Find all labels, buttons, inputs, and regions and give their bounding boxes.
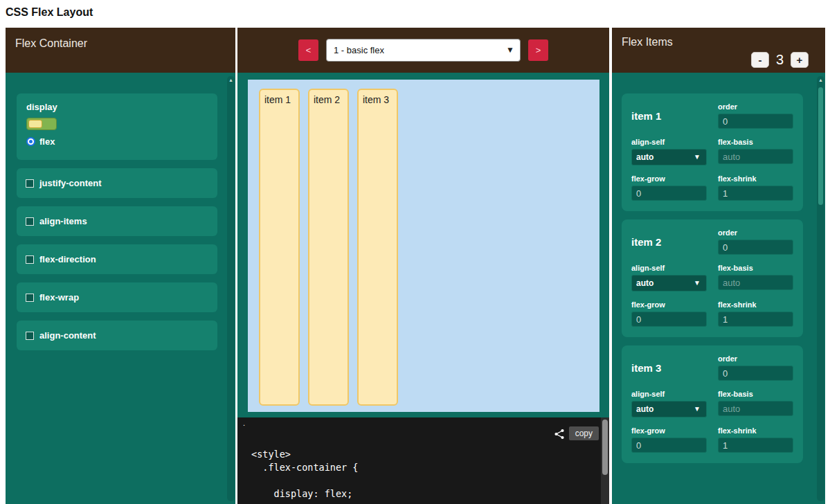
- demo-item-3: item 3: [357, 89, 398, 406]
- align-self-select[interactable]: auto: [631, 149, 707, 165]
- align-self-field: align-self auto ▼: [631, 390, 707, 417]
- right-scrollbar-thumb[interactable]: [818, 87, 823, 205]
- toggle-flex-wrap[interactable]: flex-wrap: [17, 282, 217, 312]
- display-toggle[interactable]: [26, 118, 57, 130]
- demo-item-2: item 2: [308, 89, 349, 406]
- flex-basis-input[interactable]: [718, 401, 793, 416]
- align-content-label: align-content: [39, 330, 96, 341]
- display-label: display: [26, 102, 208, 112]
- flex-shrink-label: flex-shrink: [718, 300, 793, 309]
- scroll-up-icon[interactable]: ▲: [227, 76, 235, 84]
- align-content-checkbox[interactable]: [26, 332, 34, 340]
- flex-demo-container: item 1 item 2 item 3: [248, 80, 599, 412]
- order-field: order: [718, 354, 793, 381]
- flex-grow-input[interactable]: [631, 186, 707, 201]
- code-dot: .: [243, 419, 245, 427]
- flex-basis-field: flex-basis: [718, 264, 793, 291]
- flex-basis-label: flex-basis: [718, 390, 793, 398]
- flex-grow-input[interactable]: [631, 312, 707, 327]
- align-self-label: align-self: [631, 390, 707, 398]
- flex-items-header: Flex Items - 3 +: [612, 28, 825, 73]
- justify-content-checkbox[interactable]: [26, 179, 34, 188]
- share-icon[interactable]: [554, 429, 565, 442]
- add-item-button[interactable]: +: [791, 52, 809, 68]
- item-card-title: item 3: [631, 362, 707, 374]
- flex-basis-input[interactable]: [718, 275, 793, 290]
- copy-button[interactable]: copy: [569, 426, 599, 440]
- prev-example-button[interactable]: <: [298, 39, 318, 61]
- flex-grow-label: flex-grow: [631, 300, 707, 309]
- next-example-button[interactable]: >: [528, 39, 548, 61]
- flex-wrap-checkbox[interactable]: [26, 294, 34, 302]
- flex-basis-field: flex-basis: [718, 390, 793, 417]
- flex-grow-field: flex-grow: [631, 300, 707, 327]
- display-section: display flex: [17, 93, 217, 160]
- left-panel-scrollbar[interactable]: ▲: [227, 76, 235, 501]
- flex-grow-input[interactable]: [631, 438, 707, 453]
- flex-shrink-input[interactable]: [718, 438, 793, 453]
- align-self-label: align-self: [631, 138, 707, 146]
- remove-item-button[interactable]: -: [751, 52, 769, 68]
- code-line: [251, 474, 358, 487]
- toggle-align-items[interactable]: align-items: [17, 206, 217, 236]
- item-count: 3: [776, 52, 784, 68]
- flex-radio[interactable]: [26, 137, 35, 146]
- flex-basis-label: flex-basis: [718, 138, 793, 146]
- right-panel-scrollbar[interactable]: ▲: [817, 76, 824, 501]
- demo-item-1: item 1: [259, 89, 300, 406]
- flex-grow-label: flex-grow: [631, 174, 707, 183]
- toggle-flex-direction[interactable]: flex-direction: [17, 244, 217, 274]
- order-input[interactable]: [718, 366, 793, 381]
- align-self-select[interactable]: auto: [631, 401, 707, 417]
- flex-shrink-label: flex-shrink: [718, 426, 793, 435]
- flex-container-body: display flex justify-content align-items…: [6, 73, 235, 504]
- code-scrollbar[interactable]: [601, 417, 609, 504]
- code-scrollbar-thumb[interactable]: [602, 420, 608, 475]
- order-label: order: [718, 102, 793, 111]
- item-card-title: item 2: [631, 236, 707, 248]
- flex-direction-checkbox[interactable]: [26, 255, 34, 264]
- item-card-1: item 1 order align-self auto ▼ flex-basi…: [622, 93, 803, 211]
- flex-items-title: Flex Items: [622, 36, 673, 48]
- toggle-align-content[interactable]: align-content: [17, 321, 217, 350]
- align-self-field: align-self auto ▼: [631, 264, 707, 291]
- justify-content-label: justify-content: [39, 178, 102, 188]
- flex-wrap-label: flex-wrap: [39, 292, 79, 303]
- item-card-2: item 2 order align-self auto ▼ flex-basi…: [622, 219, 803, 337]
- example-select[interactable]: 1 - basic flex: [326, 39, 521, 62]
- code-line: display: flex;: [251, 487, 358, 501]
- flex-shrink-input[interactable]: [718, 186, 793, 201]
- flex-items-panel: Flex Items - 3 + item 1 order align-self…: [612, 28, 825, 504]
- scroll-up-icon[interactable]: ▲: [817, 76, 824, 84]
- flex-shrink-input[interactable]: [718, 312, 793, 327]
- page-title: CSS Flex Layout: [6, 6, 93, 19]
- align-items-label: align-items: [39, 216, 87, 226]
- align-self-label: align-self: [631, 264, 707, 272]
- align-self-select[interactable]: auto: [631, 275, 707, 291]
- display-flex-option[interactable]: flex: [26, 136, 208, 147]
- flex-basis-input[interactable]: [718, 149, 793, 164]
- flex-shrink-field: flex-shrink: [718, 174, 793, 201]
- flex-shrink-field: flex-shrink: [718, 300, 793, 327]
- flex-direction-label: flex-direction: [39, 254, 96, 264]
- item-count-controls: - 3 +: [751, 52, 809, 68]
- order-input[interactable]: [718, 240, 793, 255]
- flex-basis-field: flex-basis: [718, 138, 793, 165]
- flex-container-header: Flex Container: [6, 28, 235, 73]
- align-self-field: align-self auto ▼: [631, 138, 707, 165]
- order-field: order: [718, 102, 793, 129]
- flex-basis-label: flex-basis: [718, 264, 793, 272]
- flex-grow-field: flex-grow: [631, 426, 707, 453]
- align-items-checkbox[interactable]: [26, 217, 34, 226]
- order-input[interactable]: [718, 114, 793, 129]
- flex-shrink-label: flex-shrink: [718, 174, 793, 183]
- flex-grow-field: flex-grow: [631, 174, 707, 201]
- order-field: order: [718, 228, 793, 255]
- preview-panel: < 1 - basic flex ▼ > item 1 item 2 item …: [237, 28, 609, 504]
- toggle-justify-content[interactable]: justify-content: [17, 168, 217, 198]
- flex-items-body: item 1 order align-self auto ▼ flex-basi…: [612, 73, 825, 504]
- flex-shrink-field: flex-shrink: [718, 426, 793, 453]
- flex-container-panel: Flex Container display flex justify-cont…: [6, 28, 235, 504]
- order-label: order: [718, 354, 793, 363]
- display-toggle-knob[interactable]: [28, 120, 42, 128]
